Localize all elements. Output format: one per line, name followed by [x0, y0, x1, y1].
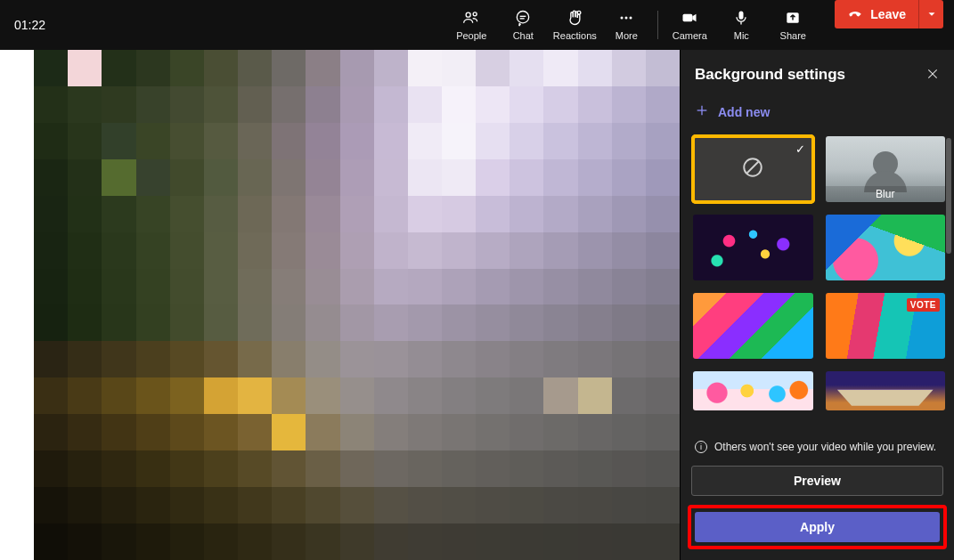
more-button[interactable]: More	[600, 0, 652, 50]
hangup-icon	[847, 5, 863, 24]
chat-button[interactable]: Chat	[497, 0, 549, 50]
svg-point-0	[466, 12, 470, 17]
svg-rect-9	[683, 14, 693, 21]
reactions-label: Reactions	[553, 30, 597, 41]
video-preview: // This inline script only builds decora…	[0, 50, 680, 560]
preview-info: i Others won't see your video while you …	[681, 434, 954, 462]
background-settings-panel: Background settings Add new	[680, 50, 954, 560]
svg-point-7	[625, 17, 628, 20]
add-new-button[interactable]: Add new	[681, 91, 954, 133]
camera-label: Camera	[673, 30, 707, 41]
content-area: // This inline script only builds decora…	[0, 50, 954, 560]
svg-line-18	[747, 162, 759, 174]
leave-button[interactable]: Leave	[835, 0, 943, 28]
preview-info-text: Others won't see your video while you pr…	[714, 441, 936, 453]
reactions-button[interactable]: Reactions	[549, 0, 600, 50]
background-tile-4[interactable]	[826, 215, 946, 280]
topbar-actions: People Chat Reactions	[445, 0, 943, 50]
svg-point-2	[518, 12, 529, 23]
background-tile-7[interactable]	[693, 371, 813, 410]
share-button[interactable]: Share	[767, 0, 819, 50]
plus-icon	[695, 103, 709, 120]
preview-button[interactable]: Preview	[691, 466, 943, 496]
svg-rect-10	[739, 12, 744, 20]
more-icon	[617, 9, 635, 27]
call-timer: 01:22	[14, 18, 45, 32]
people-icon	[462, 9, 480, 27]
svg-point-1	[473, 12, 477, 16]
mic-button[interactable]: Mic	[715, 0, 767, 50]
blur-label: Blur	[826, 186, 946, 202]
background-tile-3[interactable]	[693, 215, 813, 280]
share-icon	[784, 9, 802, 27]
apply-button[interactable]: Apply	[695, 512, 940, 542]
background-tile-8[interactable]	[826, 371, 946, 410]
panel-footer: i Others won't see your video while you …	[681, 433, 954, 560]
mic-label: Mic	[734, 30, 749, 41]
none-icon	[741, 156, 764, 183]
chat-label: Chat	[513, 30, 534, 41]
close-panel-button[interactable]	[925, 67, 940, 84]
preview-label: Preview	[794, 474, 841, 488]
backgrounds-scroll: ✓ Blur VOTE	[681, 133, 954, 433]
more-label: More	[616, 30, 638, 41]
leave-dropdown[interactable]	[918, 0, 943, 28]
meeting-topbar: 01:22 People Chat	[0, 0, 954, 50]
vote-badge: VOTE	[907, 298, 940, 312]
panel-title: Background settings	[695, 66, 845, 84]
scrollbar-thumb[interactable]	[946, 138, 951, 254]
background-tile-6[interactable]: VOTE	[826, 293, 946, 359]
leave-label: Leave	[870, 7, 906, 21]
apply-highlight: Apply	[688, 505, 947, 549]
share-label: Share	[780, 30, 806, 41]
add-new-label: Add new	[718, 105, 770, 119]
topbar-separator	[657, 11, 658, 39]
people-button[interactable]: People	[445, 0, 497, 50]
svg-point-5	[577, 11, 581, 14]
avatar-icon	[873, 151, 898, 176]
people-label: People	[456, 30, 486, 41]
background-tile-blur[interactable]: Blur	[826, 136, 946, 202]
info-icon: i	[695, 441, 707, 453]
camera-button[interactable]: Camera	[664, 0, 715, 50]
apply-label: Apply	[800, 520, 835, 534]
hand-icon	[566, 9, 583, 27]
background-tile-none[interactable]: ✓	[693, 136, 813, 202]
camera-icon	[681, 9, 698, 27]
svg-point-8	[630, 17, 632, 20]
svg-point-6	[621, 17, 624, 20]
check-icon: ✓	[795, 142, 805, 156]
background-tile-5[interactable]	[693, 293, 813, 359]
chat-icon	[514, 9, 532, 27]
mic-icon	[732, 9, 750, 27]
